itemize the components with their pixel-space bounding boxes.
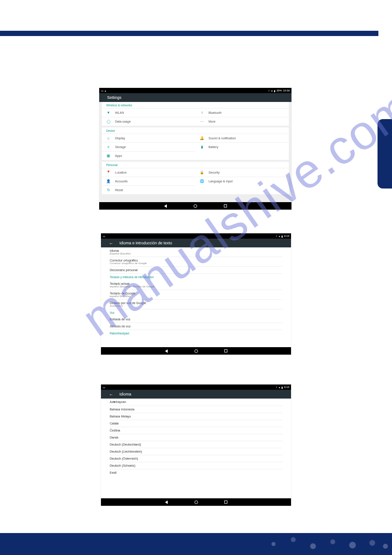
settings-item-location[interactable]: 📍Location — [102, 168, 195, 177]
back-icon — [165, 349, 168, 353]
bottom-accent-band — [0, 533, 392, 555]
settings-item-security[interactable]: 🔒Security — [195, 168, 289, 177]
settings-item-wlan[interactable]: ▼WLAN — [102, 108, 195, 117]
pref-teclado-google[interactable]: Teclado de Googleespañol (España) — [110, 290, 282, 300]
recent-apps-icon: ▭ — [101, 89, 104, 92]
display-icon: ☼ — [106, 136, 111, 140]
pref-entrada-voz[interactable]: Entrada de voz — [110, 316, 282, 323]
back-arrow-icon[interactable]: ← — [109, 241, 113, 246]
lang-item[interactable]: Deutsch (Österreich) — [110, 455, 282, 462]
recent-icon — [224, 204, 227, 207]
status-time: 10:36 — [283, 89, 290, 92]
side-accent-tab — [378, 119, 392, 189]
recent-apps-icon: ▭ — [103, 386, 105, 389]
back-icon — [165, 501, 168, 504]
status-bar: ▭ ᚼ ▾ ▮ 9:10 — [101, 233, 291, 239]
pref-dictado-voz[interactable]: Dictado por voz de GoogleAutomático — [110, 300, 282, 309]
wifi-status-icon: ▾ — [279, 386, 280, 389]
language-list: Azərbaycan Bahasa Indonesia Bahasa Melay… — [101, 399, 291, 498]
location-icon: 📍 — [106, 170, 111, 174]
idioma-content: Azərbaycan Bahasa Indonesia Bahasa Melay… — [101, 399, 291, 498]
language-icon: 🌐 — [200, 179, 204, 183]
page-title: Idioma — [119, 392, 131, 396]
lang-item[interactable]: Eesti — [110, 469, 282, 476]
section-raton: Ratón/trackpad — [110, 330, 282, 337]
pref-corrector[interactable]: Corrector ortográficoCorrector ortográfi… — [110, 257, 282, 267]
more-icon: ⋯ — [200, 120, 204, 123]
home-icon — [194, 204, 197, 208]
status-time: 9:10 — [284, 235, 289, 237]
wifi-status-icon: ▾ — [279, 235, 280, 238]
nav-back-button[interactable] — [164, 500, 169, 504]
bluetooth-status-icon: ᚼ — [276, 386, 277, 388]
nav-recent-button[interactable] — [224, 349, 228, 353]
section-teclado: Teclado y métodos de introducción — [110, 274, 282, 280]
nav-recent-button[interactable] — [224, 500, 228, 504]
pref-sintesis-voz[interactable]: Síntesis de voz — [110, 323, 282, 330]
pref-teclado-actual[interactable]: Teclado actualespañol (España) - Teclado… — [110, 280, 282, 290]
wifi-status-icon: ▾ — [271, 89, 273, 92]
preference-list: IdiomaEspañol (España) Corrector ortográ… — [101, 247, 291, 347]
battery-status-icon: ▮ — [281, 235, 283, 238]
screenshot-settings: ▭ ▸ ᚼ ▾ ▮ 29% 10:36 Settings Wireless & … — [99, 88, 291, 210]
section-label: Wireless & networks — [102, 102, 289, 108]
settings-item-apps[interactable]: ▦Apps — [102, 151, 195, 160]
home-icon — [194, 349, 198, 353]
home-icon — [194, 501, 198, 504]
settings-item-accounts[interactable]: 👤Accounts — [102, 177, 195, 185]
lang-item[interactable]: Deutsch (Deutschland) — [110, 441, 282, 448]
nav-home-button[interactable] — [194, 349, 198, 353]
battery-percent: 29% — [277, 89, 282, 92]
nav-bar — [101, 498, 291, 506]
settings-card-wireless: Wireless & networks ▼WLAN ᚼBluetooth ◯Da… — [102, 102, 289, 126]
screenshot-idioma-list: ▭ ᚼ ▾ ▮ 9:10 ← Idioma Azərbaycan Bahasa … — [101, 385, 291, 506]
section-voz: Voz — [110, 309, 282, 316]
decorative-dots — [260, 533, 392, 555]
nav-home-button[interactable] — [193, 204, 198, 208]
settings-item-bluetooth[interactable]: ᚼBluetooth — [195, 108, 289, 117]
nav-home-button[interactable] — [194, 500, 198, 504]
nav-recent-button[interactable] — [223, 204, 227, 208]
battery-icon: ▮ — [200, 145, 204, 149]
settings-item-display[interactable]: ☼Display — [102, 134, 195, 142]
settings-card-device: Device ☼Display 🔔Sound & notification ≡S… — [102, 127, 289, 160]
lang-item[interactable]: Bahasa Indonesia — [110, 406, 282, 413]
status-bar: ▭ ▸ ᚼ ▾ ▮ 29% 10:36 — [99, 88, 291, 93]
sound-icon: 🔔 — [200, 136, 204, 140]
settings-item-language-input[interactable]: 🌐Language & input — [195, 177, 289, 185]
settings-content: Wireless & networks ▼WLAN ᚼBluetooth ◯Da… — [99, 102, 291, 202]
nav-bar — [99, 202, 291, 210]
lang-item[interactable]: Azərbaycan — [110, 399, 282, 406]
bluetooth-icon: ᚼ — [200, 111, 204, 115]
settings-item-sound[interactable]: 🔔Sound & notification — [195, 134, 289, 142]
page-title: Settings — [107, 95, 122, 100]
data-usage-icon: ◯ — [106, 120, 111, 123]
lang-item[interactable]: Bahasa Melayu — [110, 413, 282, 420]
pref-idioma[interactable]: IdiomaEspañol (España) — [110, 247, 282, 257]
screenshot-language-input: ▭ ᚼ ▾ ▮ 9:10 ← Idioma e introducción de … — [101, 233, 291, 355]
settings-item-data-usage[interactable]: ◯Data usage — [102, 117, 195, 126]
lang-item[interactable]: Català — [110, 420, 282, 427]
settings-item-battery[interactable]: ▮Battery — [195, 142, 289, 151]
language-input-content: IdiomaEspañol (España) Corrector ortográ… — [101, 247, 291, 347]
lang-item[interactable]: Deutsch (Schweiz) — [110, 462, 282, 469]
settings-item-more[interactable]: ⋯More — [195, 117, 289, 126]
battery-status-icon: ▮ — [274, 89, 275, 92]
lang-item[interactable]: Dansk — [110, 434, 282, 441]
battery-status-icon: ▮ — [281, 386, 283, 389]
nav-bar — [101, 347, 291, 355]
lang-item[interactable]: Čeština — [110, 427, 282, 434]
back-arrow-icon[interactable]: ← — [109, 392, 113, 397]
lang-item[interactable]: Deutsch (Liechtenstein) — [110, 448, 282, 455]
nav-back-button[interactable] — [163, 204, 168, 208]
nav-back-button[interactable] — [164, 349, 169, 353]
section-label: Personal — [102, 162, 289, 168]
recent-apps-icon: ▭ — [103, 235, 105, 238]
settings-item-reset[interactable]: ↻Reset — [102, 185, 195, 194]
bluetooth-status-icon: ᚼ — [268, 89, 270, 92]
settings-item-storage[interactable]: ≡Storage — [102, 142, 195, 151]
recent-icon — [224, 349, 227, 352]
status-bar: ▭ ᚼ ▾ ▮ 9:10 — [101, 385, 291, 390]
section-label: Device — [102, 127, 289, 134]
pref-diccionario[interactable]: Diccionario personal — [110, 267, 282, 274]
